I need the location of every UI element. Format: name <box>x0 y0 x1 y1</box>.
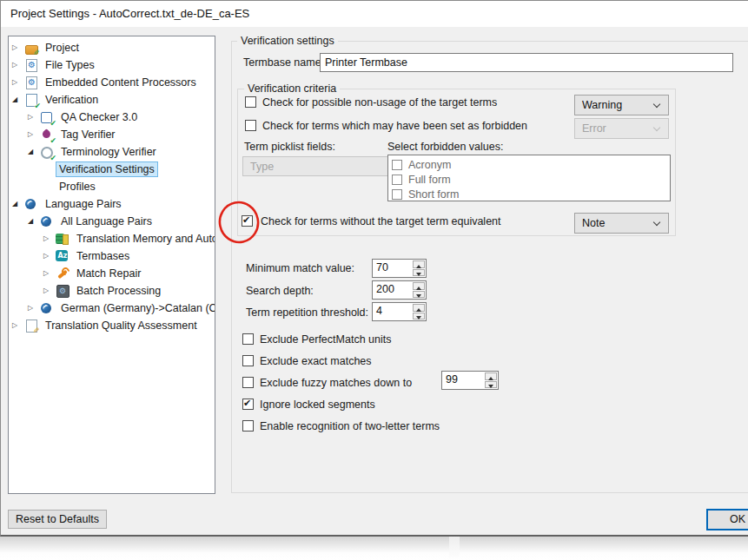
termbases-icon <box>56 249 70 263</box>
tree-expander-icon[interactable] <box>43 247 56 265</box>
tree-item[interactable]: German (Germany)->Catalan (Cata <box>9 300 215 317</box>
tree-item[interactable]: Batch Processing <box>9 282 215 300</box>
min-match-spinner[interactable]: 70 <box>372 259 427 278</box>
exclude-fuzzy-checkbox[interactable] <box>242 377 254 388</box>
terminology-verifier-icon <box>40 145 54 159</box>
forbidden-value-checkbox[interactable] <box>392 160 402 170</box>
ignore-locked-checkbox[interactable] <box>242 399 254 410</box>
check-nonusage-checkbox[interactable] <box>245 96 256 108</box>
exclude-fuzzy-label: Exclude fuzzy matches down to <box>260 377 412 390</box>
forbidden-value-checkbox[interactable] <box>392 189 402 200</box>
tree-item-label: All Language Pairs <box>57 214 156 229</box>
tree-expander-icon[interactable] <box>43 265 56 282</box>
match-repair-icon <box>56 267 70 280</box>
tree-item[interactable]: File Types <box>9 56 215 74</box>
spin-down-button[interactable] <box>413 291 425 299</box>
tree-indent <box>12 117 28 118</box>
spin-down-button[interactable] <box>413 313 425 320</box>
check-forbidden-checkbox[interactable] <box>245 120 256 131</box>
ok-button[interactable]: OK <box>706 509 748 530</box>
tree-expander-icon[interactable] <box>28 109 40 126</box>
tree-expander-icon[interactable] <box>28 300 40 317</box>
no-equivalent-severity-value: Note <box>582 217 605 229</box>
reset-to-defaults-button[interactable]: Reset to Defaults <box>8 510 107 529</box>
term-repetition-spinner[interactable]: 4 <box>372 302 427 321</box>
spin-up-button[interactable] <box>413 260 425 268</box>
forbidden-value-row[interactable]: Acronym <box>392 157 670 172</box>
forbidden-value-row[interactable]: Full form <box>392 172 670 187</box>
tree-item[interactable]: Terminology Verifier <box>9 143 215 161</box>
two-letter-checkbox[interactable] <box>242 420 254 432</box>
search-depth-label: Search depth: <box>246 285 314 298</box>
tree-item[interactable]: Match Repair <box>9 265 215 282</box>
background-seam <box>449 537 460 560</box>
min-match-value[interactable]: 70 <box>373 260 412 277</box>
check-forbidden-label: Check for terms which may have been set … <box>262 120 527 133</box>
tree-item[interactable]: Translation Memory and Auto <box>9 230 215 247</box>
exclude-perfectmatch-checkbox[interactable] <box>242 333 254 345</box>
exclude-fuzzy-spinner[interactable]: 99 <box>441 371 499 390</box>
tree-item[interactable]: Language Pairs <box>9 195 215 213</box>
exclude-exact-checkbox[interactable] <box>242 355 254 366</box>
tree-expander-icon[interactable] <box>12 74 24 91</box>
tree-item[interactable]: Translation Quality Assessment <box>9 317 215 334</box>
term-picklist-label: Term picklist fields: <box>244 141 335 154</box>
tree-expander-icon[interactable] <box>28 213 40 230</box>
term-repetition-value[interactable]: 4 <box>373 303 412 320</box>
exclude-fuzzy-value[interactable]: 99 <box>442 372 484 389</box>
check-no-equivalent-checkbox[interactable] <box>242 215 253 227</box>
tree-indent <box>12 187 43 188</box>
spin-up-button[interactable] <box>413 304 425 312</box>
tree-expander-icon[interactable] <box>28 126 40 143</box>
verification-settings-group-label: Verification settings <box>237 35 338 48</box>
tree-item[interactable]: QA Checker 3.0 <box>9 109 215 126</box>
tree-expander-icon[interactable] <box>12 195 24 213</box>
tree-item[interactable]: All Language Pairs <box>9 213 215 230</box>
spin-up-button[interactable] <box>413 282 425 290</box>
tree-item[interactable]: Tag Verifier <box>9 126 215 143</box>
tree-indent <box>12 291 43 292</box>
search-depth-value[interactable]: 200 <box>373 281 412 299</box>
spin-buttons <box>412 281 426 299</box>
tree-item-label: Verification Settings <box>56 161 158 177</box>
tree-item[interactable]: Project <box>9 39 215 56</box>
spin-buttons <box>412 303 426 320</box>
check-no-equivalent-label: Check for terms without the target term … <box>261 215 501 228</box>
tree-item[interactable]: Termbases <box>9 247 215 265</box>
forbidden-value-checkbox[interactable] <box>392 175 402 185</box>
forbidden-values-label: Select forbidden values: <box>387 141 503 154</box>
chevron-down-icon <box>653 124 660 131</box>
forbidden-severity-select: Error <box>574 118 669 139</box>
search-depth-spinner[interactable]: 200 <box>372 280 427 300</box>
forbidden-value-row[interactable]: Short form <box>392 187 670 201</box>
tree-expander-icon[interactable] <box>12 91 24 109</box>
project-icon <box>24 41 38 55</box>
spin-buttons <box>484 372 498 389</box>
tree-item[interactable]: Verification Settings <box>9 161 215 178</box>
settings-tree[interactable]: Project File Types Embedded Content Proc… <box>8 36 215 494</box>
termbase-name-input[interactable] <box>320 53 733 72</box>
spin-up-button[interactable] <box>485 372 497 380</box>
tree-expander-icon[interactable] <box>12 39 24 56</box>
tree-expander-icon[interactable] <box>12 56 24 74</box>
forbidden-value-label: Full form <box>408 174 451 186</box>
qa-checker-icon <box>40 110 54 124</box>
screen: Project Settings - AutoCorrect.txt_de-DE… <box>0 0 748 560</box>
spin-down-button[interactable] <box>485 381 497 389</box>
tree-expander-icon[interactable] <box>12 317 24 334</box>
tree-item[interactable]: Profiles <box>9 178 215 195</box>
tree-expander-icon[interactable] <box>43 282 56 300</box>
tree-item[interactable]: Embedded Content Processors <box>9 74 215 91</box>
window-title: Project Settings - AutoCorrect.txt_de-DE… <box>10 7 249 20</box>
project-settings-dialog: Project Settings - AutoCorrect.txt_de-DE… <box>0 0 748 537</box>
tree-indent <box>12 152 28 153</box>
language-pair-icon <box>40 301 54 315</box>
tree-expander-icon[interactable] <box>43 230 56 247</box>
forbidden-values-listbox[interactable]: Acronym Full form Short form <box>387 155 671 201</box>
nonusage-severity-select[interactable]: Warning <box>574 95 669 115</box>
batch-processing-icon <box>56 284 70 298</box>
tree-item[interactable]: Verification <box>9 91 215 109</box>
spin-down-button[interactable] <box>413 269 425 277</box>
no-equivalent-severity-select[interactable]: Note <box>574 213 669 234</box>
tree-expander-icon[interactable] <box>28 143 40 161</box>
